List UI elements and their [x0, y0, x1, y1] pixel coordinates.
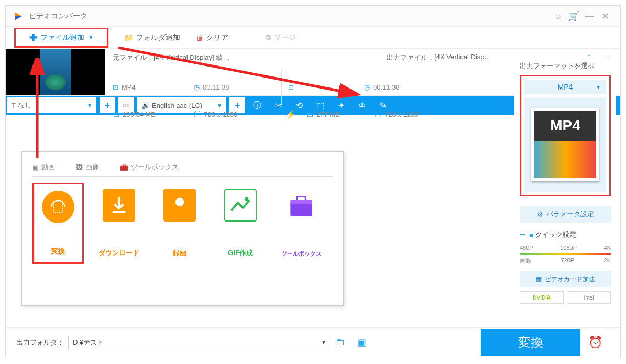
schedule-button[interactable]: ⏰ [580, 336, 610, 349]
src-file-label: 元ファイル： [113, 53, 153, 62]
merge-button[interactable]: ⧉ マージ [266, 33, 296, 42]
src-res: 720 x 1280 [204, 111, 237, 118]
chevron-down-icon: ▼ [89, 35, 94, 40]
open-folder-button[interactable]: 🗀 [330, 337, 351, 348]
format-icon: ⊡ [113, 83, 118, 91]
toolbox-icon: 🧰 [120, 163, 128, 171]
trash-icon: 🗑 [196, 34, 203, 42]
add-file-button[interactable]: ✚ ファイル追加 ▼ [14, 28, 108, 48]
output-folder-label: 出力フォルダ： [16, 338, 64, 347]
chevron-down-icon: ▼ [321, 339, 326, 345]
tile-toolbox[interactable]: ツールボックス [276, 183, 327, 264]
add-folder-label: フォルダ追加 [136, 33, 180, 42]
svg-rect-8 [290, 200, 312, 204]
out-size: 277 MB [316, 111, 340, 118]
format-preview[interactable]: MP4 [524, 97, 606, 192]
merge-label: マージ [274, 33, 296, 42]
chevron-down-icon: ▼ [87, 103, 92, 108]
image-icon: 🖼 [76, 163, 83, 171]
folder-icon: 🗀 [306, 111, 313, 118]
chip-icon: ▦ [536, 275, 542, 283]
tile-download[interactable]: ダウンロード [93, 183, 145, 264]
parameter-settings-button[interactable]: ⚙ パラメータ設定 [520, 206, 611, 223]
convert-button[interactable]: 変換 [481, 329, 580, 356]
plus-icon: ✚ [29, 32, 37, 43]
resolution-icon: ⛶ [194, 111, 201, 118]
output-format-value: MP4 [558, 83, 573, 91]
src-size: 109.54 MB [123, 111, 156, 118]
tile-download-label: ダウンロード [98, 248, 139, 258]
app-title: ビデオコンバータ [29, 12, 550, 21]
add-folder-button[interactable]: 📁 フォルダ追加 [124, 33, 180, 42]
folder-plus-icon: 📁 [124, 34, 133, 42]
clock-icon: ◷ [364, 83, 370, 91]
out-file-label: 出力ファイル： [387, 53, 434, 62]
out-file-name: [4K Vertical Disp... [434, 53, 490, 62]
svg-rect-5 [177, 216, 183, 220]
output-icon: ⊡ [288, 83, 294, 91]
merge-icon: ⧉ [266, 33, 271, 42]
svg-point-6 [245, 197, 249, 202]
src-duration: 00:11:38 [203, 83, 229, 91]
svg-point-4 [175, 198, 184, 207]
minimize-button[interactable]: — [581, 10, 597, 21]
output-format-dropdown[interactable]: MP4 ▼ [524, 80, 606, 94]
tile-record[interactable]: 録画 [154, 183, 205, 264]
tile-toolbox-label: ツールボックス [281, 250, 322, 258]
tile-record-label: 録画 [173, 248, 186, 258]
tile-gif-label: GIF作成 [228, 248, 253, 258]
browse-button[interactable]: ▣ [351, 337, 372, 348]
add-file-label: ファイル追加 [40, 33, 84, 42]
nvidia-badge: NVIDIA [520, 291, 564, 304]
out-res: 720 x 1280 [385, 111, 418, 118]
output-format-title: 出力フォーマットを選択 [520, 61, 611, 71]
svg-point-0 [43, 192, 73, 222]
bolt-icon: ⚡ [285, 109, 296, 119]
output-folder-path: D:¥テスト [73, 338, 104, 347]
close-button[interactable]: ✕ [597, 10, 613, 22]
clear-label: クリア [206, 33, 228, 42]
tools-panel: ▣動画 🖼画像 🧰ツールボックス 変換 ダウンロード 録画 GIF作成 [21, 151, 344, 306]
output-folder-dropdown[interactable]: D:¥テスト ▼ [68, 336, 330, 349]
tab-video[interactable]: ▣動画 [32, 162, 55, 176]
out-duration: 00:11:38 [373, 83, 400, 91]
chevron-down-icon: ▼ [596, 84, 601, 90]
tile-convert[interactable]: 変換 [32, 183, 84, 264]
subtitle-value: なし [18, 101, 31, 110]
quality-slider[interactable]: 480P 1080P 4K 自動 720P 2K [520, 245, 611, 265]
cart-icon[interactable]: 🛒 [566, 10, 581, 22]
intel-badge: Intel [567, 291, 611, 304]
gpu-accel-button[interactable]: ▦ ビデオカード加速 [520, 271, 611, 287]
folder-icon: 🗀 [113, 111, 119, 118]
subtitle-icon: T [12, 102, 16, 109]
tab-toolbox[interactable]: 🧰ツールボックス [120, 162, 179, 176]
tile-convert-label: 変換 [51, 247, 65, 256]
settings-icon: ⚙ [537, 211, 543, 218]
key-icon[interactable]: ⌕ [550, 10, 566, 21]
tab-image[interactable]: 🖼画像 [76, 162, 99, 176]
quick-settings-header: ■ クイック設定 [520, 230, 611, 239]
clear-button[interactable]: 🗑 クリア [196, 33, 228, 42]
output-format-box: MP4 ▼ MP4 [520, 75, 611, 196]
subtitle-dropdown[interactable]: T なし ▼ [7, 97, 96, 113]
resolution-icon: ⛶ [375, 111, 381, 118]
tile-gif[interactable]: GIF作成 [215, 183, 266, 264]
src-file-name: [4K Vertical Display] 縦… [153, 53, 229, 62]
convert-button-label: 変換 [518, 334, 543, 351]
video-thumbnail[interactable] [6, 49, 105, 95]
app-logo-icon [13, 11, 24, 21]
clock-icon: ◷ [194, 83, 200, 91]
src-format: MP4 [122, 83, 136, 91]
video-icon: ▣ [32, 163, 39, 171]
